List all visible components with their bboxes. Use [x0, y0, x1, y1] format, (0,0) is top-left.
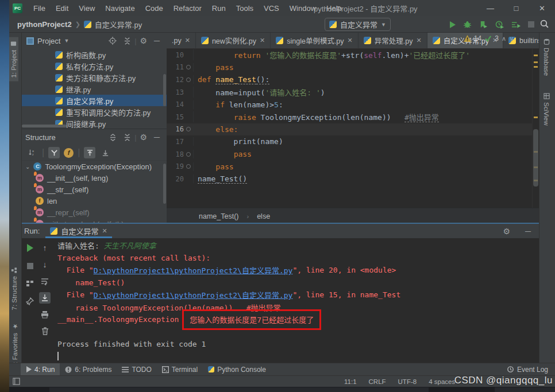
chevron-down-icon[interactable]: ▼: [64, 38, 69, 44]
scroll-to-end-icon[interactable]: [39, 292, 51, 304]
stop-button[interactable]: [24, 260, 36, 271]
toolwindow-tab-sciview[interactable]: SciView: [543, 93, 550, 126]
collapse-all-icon[interactable]: [124, 134, 131, 141]
code-line[interactable]: 17 print(name): [167, 135, 539, 148]
prev-issue-icon[interactable]: ∧: [502, 35, 506, 42]
pin-tab-icon[interactable]: [24, 296, 36, 307]
close-icon[interactable]: ✕: [185, 37, 190, 44]
hide-panel-icon[interactable]: ─: [154, 36, 160, 45]
close-icon[interactable]: ✕: [348, 37, 353, 44]
vertical-scrollbar[interactable]: [163, 74, 166, 106]
run-console[interactable]: 请输入姓名: 天生不凡阿使拿Traceback (most recent cal…: [57, 239, 533, 363]
menu-item-vcs[interactable]: VCS: [259, 0, 284, 16]
status-encoding[interactable]: UTF-8: [398, 378, 417, 385]
breadcrumb-file[interactable]: 自定义异常.py: [95, 19, 142, 30]
code-line[interactable]: 11 pass: [167, 61, 539, 74]
next-issue-icon[interactable]: ∨: [509, 35, 514, 42]
menu-item-code[interactable]: Code: [140, 0, 168, 16]
code-line[interactable]: 14 if len(name)>5:: [167, 98, 539, 111]
inspections-widget[interactable]: 14 3 ∧ ∨: [464, 34, 514, 42]
menu-item-edit[interactable]: Edit: [51, 0, 74, 16]
show-inherited-icon[interactable]: [48, 147, 60, 158]
project-file-row[interactable]: 继承.py: [22, 83, 167, 95]
project-panel-title[interactable]: Project: [37, 37, 60, 45]
menu-item-run[interactable]: Run: [207, 0, 231, 16]
structure-item[interactable]: m__str__(self): [22, 184, 167, 195]
status-line-ending[interactable]: CRLF: [369, 378, 386, 385]
toolwindow-button-terminal[interactable]: Terminal: [157, 363, 203, 376]
print-icon[interactable]: [39, 309, 51, 320]
vertical-scrollbar[interactable]: [163, 164, 166, 204]
breadcrumb-project[interactable]: pythonProject2: [17, 20, 72, 29]
minimize-button[interactable]: —: [477, 0, 503, 16]
toolwindow-button-pythonconsole[interactable]: Python Console: [203, 363, 271, 376]
code-line[interactable]: 19 pass: [167, 160, 539, 173]
gear-icon[interactable]: ⚙: [503, 227, 511, 236]
status-caret-position[interactable]: 11:1: [344, 378, 357, 385]
structure-item[interactable]: ⌄CToolongmyException(Exception): [22, 161, 167, 172]
toolwindow-toggle-icon[interactable]: [13, 378, 20, 385]
code-line[interactable]: 10 return '您输入的数据长度是'+str(self.len)+'已经超…: [167, 49, 539, 61]
project-file-row[interactable]: 自定义异常.py: [22, 95, 167, 106]
code-line[interactable]: 16 else:: [167, 123, 539, 136]
expand-with-arrow-icon[interactable]: [84, 147, 95, 158]
run-tab[interactable]: 自定义异常 ✕: [45, 224, 111, 238]
menu-item-file[interactable]: File: [28, 0, 51, 16]
toolwindow-button-problems[interactable]: 6: Problems: [60, 363, 117, 376]
code-line[interactable]: 15 raise ToolongmyException(len(name)) #…: [167, 111, 539, 123]
stop-button[interactable]: [528, 21, 534, 28]
project-file-row[interactable]: 重写和调用父类的方法.py: [22, 106, 167, 118]
concurrency-diagram-button[interactable]: [511, 21, 521, 29]
collapse-all-icon[interactable]: [124, 37, 131, 45]
search-everywhere-icon[interactable]: [539, 19, 549, 29]
hide-panel-icon[interactable]: ─: [525, 227, 531, 236]
scrollbar-thumb[interactable]: [533, 129, 538, 187]
expand-all-icon[interactable]: [109, 134, 117, 141]
toolwindow-tab-project[interactable]: 1: Project: [9, 37, 18, 81]
project-file-row[interactable]: 析构函数.py: [22, 49, 167, 60]
toolwindow-tab-structure[interactable]: 7: Structure: [11, 267, 18, 310]
debug-button[interactable]: [463, 20, 472, 29]
close-icon[interactable]: ✕: [416, 37, 421, 44]
event-log-button[interactable]: Event Log: [507, 366, 548, 374]
up-stack-trace-icon[interactable]: ↑: [39, 242, 51, 254]
run-button[interactable]: [450, 21, 456, 28]
editor-error-stripe[interactable]: [532, 49, 539, 208]
fold-marker-icon[interactable]: [186, 164, 191, 169]
editor-tab[interactable]: new实例化.py✕: [196, 33, 271, 48]
toolwindow-button-todo[interactable]: TODO: [117, 363, 156, 376]
fold-marker-icon[interactable]: [186, 65, 191, 69]
horizontal-scrollbar[interactable]: [22, 125, 67, 127]
file-link[interactable]: D:\pythonProject1\pythonProject2\自定义异常.p…: [94, 289, 293, 300]
close-icon[interactable]: ✕: [260, 37, 265, 44]
run-configuration-select[interactable]: 自定义异常 ▼: [325, 18, 391, 31]
code-area[interactable]: 10 return '您输入的数据长度是'+str(self.len)+'已经超…: [167, 49, 539, 208]
editor-tab[interactable]: single单例模式.py✕: [271, 33, 359, 48]
show-fields-icon[interactable]: f: [64, 148, 74, 158]
code-line[interactable]: 18 pass: [167, 148, 539, 161]
toolwindow-tab-favorites[interactable]: 2: Favorites ★: [11, 323, 18, 367]
code-line[interactable]: 12def name_Test():: [167, 73, 539, 86]
sort-alphabetically-icon[interactable]: az: [26, 147, 38, 158]
fold-marker-icon[interactable]: [186, 77, 191, 82]
toolwindow-tab-database[interactable]: Database: [543, 38, 550, 76]
chevron-down-icon[interactable]: ⌄: [25, 164, 30, 170]
menu-item-view[interactable]: View: [74, 0, 100, 16]
code-line[interactable]: 20name_Test(): [167, 173, 539, 185]
gear-icon[interactable]: ⚙: [140, 133, 148, 142]
down-stack-trace-icon[interactable]: ↓: [39, 259, 51, 270]
status-indent-style[interactable]: 4 spaces: [429, 378, 455, 385]
editor-tab[interactable]: .py✕: [167, 33, 196, 48]
profiler-button[interactable]: [495, 20, 504, 29]
breadcrumb-block[interactable]: else: [257, 212, 270, 220]
breadcrumb-function[interactable]: name_Test(): [199, 212, 238, 220]
code-line[interactable]: 13 name=input('请输入姓名: '): [167, 86, 539, 99]
menu-item-tools[interactable]: Tools: [231, 0, 259, 16]
close-button[interactable]: ✕: [529, 0, 555, 16]
maximize-button[interactable]: □: [503, 0, 529, 16]
rerun-button[interactable]: [24, 242, 36, 254]
fold-marker-icon[interactable]: [186, 152, 191, 157]
gear-icon[interactable]: ⚙: [140, 36, 148, 45]
soft-wrap-icon[interactable]: [39, 275, 51, 287]
structure-item[interactable]: m__init__(self, leng): [22, 172, 167, 184]
